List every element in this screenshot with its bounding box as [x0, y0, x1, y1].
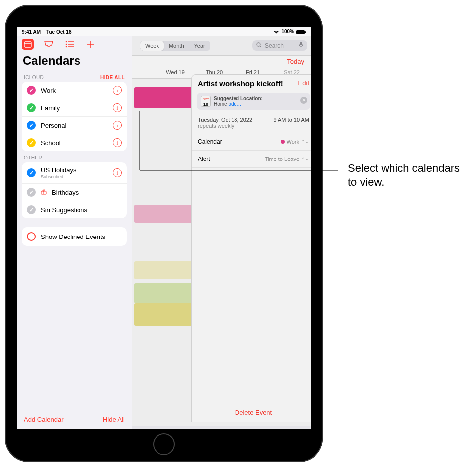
calendar-toggle-icon[interactable]	[22, 39, 34, 50]
event-alert-row[interactable]: Alert Time to Leave ⌃⌄	[192, 151, 311, 168]
sidebar-toolbar	[17, 36, 132, 53]
svg-rect-6	[24, 42, 31, 47]
calendar-row-holidays[interactable]: ✓ US Holidays Subscribed i	[22, 162, 127, 184]
calendar-label: Family	[41, 104, 60, 112]
calendar-row-family[interactable]: ✓ Family i	[22, 99, 127, 117]
search-placeholder: Search	[265, 42, 284, 49]
info-icon[interactable]: i	[113, 121, 122, 130]
info-icon[interactable]: i	[113, 138, 122, 147]
add-calendar-button[interactable]: Add Calendar	[24, 416, 64, 423]
event-repeat: repeats weekly	[198, 123, 252, 129]
status-bar: 9:41 AM Tue Oct 18 100%	[17, 27, 311, 36]
event-block[interactable]	[134, 261, 194, 279]
hide-all-icloud-button[interactable]: HIDE ALL	[100, 75, 125, 80]
check-icon[interactable]: ✓	[27, 168, 36, 177]
search-input[interactable]: Search	[252, 40, 307, 51]
status-right: 100%	[273, 29, 306, 34]
status-date: Tue Oct 18	[46, 29, 71, 35]
svg-point-10	[66, 46, 67, 48]
calendar-row-personal[interactable]: ✓ Personal i	[22, 117, 127, 134]
event-time-row: Tuesday, Oct 18, 2022 repeats weekly 9 A…	[192, 113, 311, 133]
event-detail-panel: Artist workshop kickoff! Edit OCT 18 Sug…	[192, 75, 311, 422]
svg-rect-4	[300, 42, 302, 45]
ipad-frame: 9:41 AM Tue Oct 18 100% Week Month	[5, 5, 323, 462]
info-icon[interactable]: i	[113, 168, 122, 177]
section-icloud-header: ICLOUD HIDE ALL	[17, 71, 132, 82]
calendar-label: Work	[41, 87, 56, 94]
battery-icon	[296, 29, 306, 34]
event-alert-value: Time to Leave	[265, 156, 299, 162]
chevron-updown-icon: ⌃⌄	[301, 139, 309, 144]
calendar-row-siri[interactable]: ✓ Siri Suggestions	[22, 201, 127, 218]
segment-year[interactable]: Year	[189, 41, 210, 51]
check-icon[interactable]: ✓	[27, 188, 36, 197]
calendar-label: Siri Suggestions	[41, 206, 87, 214]
calendar-row-work[interactable]: ✓ Work i	[22, 82, 127, 99]
suggest-add-link[interactable]: add…	[228, 101, 241, 107]
callout-text: Select which calendars to view.	[348, 161, 462, 189]
edit-button[interactable]: Edit	[298, 79, 309, 87]
check-icon[interactable]: ✓	[27, 138, 36, 147]
check-icon[interactable]: ✓	[27, 205, 36, 214]
event-block[interactable]	[134, 283, 194, 303]
calendar-row-school[interactable]: ✓ School i	[22, 134, 127, 151]
event-calendar-row[interactable]: Calendar Work ⌃⌄	[192, 133, 311, 151]
calendars-sidebar: Calendars ICLOUD HIDE ALL ✓ Work i ✓ Fam…	[17, 36, 132, 429]
chevron-updown-icon: ⌃⌄	[301, 157, 309, 161]
suggested-location-card[interactable]: OCT 18 Suggested Location: Home add… ✕	[197, 93, 310, 110]
close-icon[interactable]: ✕	[300, 97, 307, 104]
calendar-glyph-icon: OCT 18	[201, 96, 211, 107]
calendar-label: Birthdays	[52, 189, 79, 196]
show-declined-toggle[interactable]: Show Declined Events	[22, 227, 127, 246]
event-time-range: 9 AM to 10 AM	[273, 117, 309, 129]
calendar-color-dot	[281, 140, 285, 144]
show-declined-label: Show Declined Events	[41, 233, 105, 240]
event-calendar-value: Work	[287, 139, 299, 145]
calendar-label: Personal	[41, 122, 66, 129]
check-icon[interactable]	[27, 232, 36, 241]
check-icon[interactable]: ✓	[27, 86, 36, 95]
inbox-icon[interactable]	[43, 39, 55, 50]
info-icon[interactable]: i	[113, 86, 122, 95]
list-icon[interactable]	[64, 39, 76, 50]
mic-icon[interactable]	[299, 42, 303, 49]
search-icon	[256, 42, 262, 49]
suggest-home: Home	[214, 101, 227, 107]
status-time: 9:41 AM	[22, 29, 41, 35]
home-button[interactable]	[153, 433, 175, 455]
event-alert-label: Alert	[198, 156, 210, 162]
section-other-label: OTHER	[24, 155, 42, 160]
other-calendar-list: ✓ US Holidays Subscribed i ✓ Birthdays ✓	[22, 162, 127, 218]
sidebar-title: Calendars	[17, 53, 132, 71]
event-calendar-label: Calendar	[198, 138, 222, 145]
info-icon[interactable]: i	[113, 103, 122, 112]
calendar-sublabel: Subscribed	[41, 174, 77, 179]
svg-point-2	[257, 43, 260, 46]
check-icon[interactable]: ✓	[27, 121, 36, 130]
segment-month[interactable]: Month	[164, 41, 189, 51]
check-icon[interactable]: ✓	[27, 103, 36, 112]
gift-icon	[41, 189, 47, 196]
event-title: Artist workshop kickoff!	[198, 79, 283, 88]
svg-rect-0	[296, 30, 305, 34]
event-date: Tuesday, Oct 18, 2022	[198, 117, 252, 123]
status-left: 9:41 AM Tue Oct 18	[22, 29, 72, 35]
add-icon[interactable]	[84, 39, 96, 50]
svg-point-9	[66, 44, 67, 45]
event-block[interactable]	[134, 205, 194, 223]
view-segment[interactable]: Week Month Year	[140, 41, 210, 51]
section-other-header: OTHER	[17, 151, 132, 162]
svg-line-3	[260, 46, 261, 47]
hide-all-button[interactable]: Hide All	[103, 416, 125, 423]
weekday-wed[interactable]: Wed 19	[156, 69, 195, 75]
wifi-icon	[273, 29, 279, 34]
icloud-calendar-list: ✓ Work i ✓ Family i ✓ Personal i ✓ Schoo…	[22, 82, 127, 151]
segment-week[interactable]: Week	[140, 41, 164, 51]
battery-percent: 100%	[281, 29, 294, 34]
calendar-row-birthdays[interactable]: ✓ Birthdays	[22, 184, 127, 201]
delete-event-button[interactable]: Delete Event	[192, 409, 311, 416]
svg-point-8	[66, 41, 67, 43]
event-block[interactable]	[134, 303, 194, 326]
event-block[interactable]	[134, 87, 194, 108]
section-icloud-label: ICLOUD	[24, 75, 44, 80]
